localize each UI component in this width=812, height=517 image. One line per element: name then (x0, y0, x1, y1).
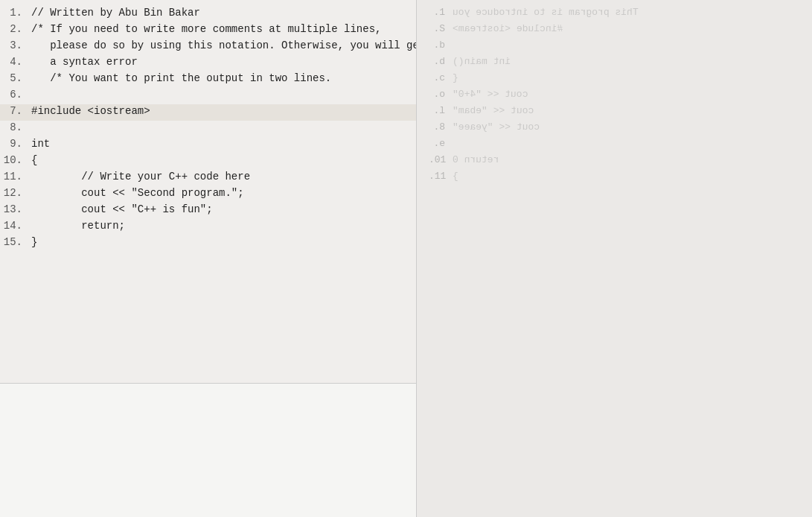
mirror-line-4: .d int main() (429, 55, 812, 72)
mirror-line-3: .b (429, 39, 812, 55)
mirror-line-8: .8 cout << "yeaee" (429, 121, 812, 137)
mirror-num-11: .11 (429, 171, 453, 185)
line-content-11: // Write your C++ code here (31, 171, 416, 183)
line-content-2: /* If you need to write more comments at… (31, 23, 416, 35)
mirror-content-10: return 0 (453, 154, 499, 169)
line-content-13: cout << "C++ is fun"; (31, 203, 416, 215)
line-num-12: 12. (0, 187, 31, 199)
line-content-4: a syntax error (31, 56, 416, 68)
mirror-num-8: .8 (429, 121, 453, 136)
line-content-3: please do so by using this notation. Oth… (31, 39, 417, 51)
line-num-13: 13. (0, 203, 31, 215)
mirror-content-1: This program is to introduce you (453, 7, 639, 22)
code-line-10: 10. { (0, 153, 416, 170)
mirror-content-5: { (453, 72, 458, 87)
code-line-12: 12. cout << "Second program."; (0, 186, 416, 203)
code-line-15: 15. } (0, 235, 416, 252)
line-content-1: // Written by Abu Bin Bakar (31, 7, 416, 19)
code-line-9: 9. int (0, 137, 416, 153)
mirror-line-1: .1 This program is to introduce you (429, 6, 812, 22)
code-line-1: 1. // Written by Abu Bin Bakar (0, 6, 416, 22)
editor-container: 1. // Written by Abu Bin Bakar 2. /* If … (0, 0, 812, 517)
line-num-6: 6. (0, 89, 31, 101)
line-num-8: 8. (0, 121, 31, 133)
code-line-11: 11. // Write your C++ code here (0, 170, 416, 186)
line-num-7: 7. (0, 105, 31, 117)
code-line-5: 5. /* You want to print the output in tw… (0, 72, 416, 88)
line-num-14: 14. (0, 220, 31, 232)
mirror-content-6: cout << "4+0" (453, 89, 552, 104)
mirror-num-3: .b (429, 39, 453, 54)
line-num-15: 15. (0, 236, 31, 248)
code-line-8: 8. (0, 121, 416, 137)
line-content-9: int (31, 138, 416, 150)
line-num-1: 1. (0, 7, 31, 19)
line-content-10: { (31, 154, 416, 166)
mirror-num-2: .S (429, 23, 453, 38)
mirror-num-6: .o (429, 89, 453, 104)
line-num-10: 10. (0, 154, 31, 166)
line-num-3: 3. (0, 39, 31, 51)
mirror-num-7: .l (429, 105, 453, 120)
line-content-15: } (31, 236, 416, 248)
mirror-line-2: .S #include <iostream> (429, 22, 812, 39)
code-line-4: 4. a syntax error (0, 55, 416, 72)
line-content-7: #include <iostream> (31, 105, 416, 117)
mirror-content-4: int main() (453, 56, 511, 71)
mirror-num-10: .01 (429, 154, 453, 169)
mirror-line-7: .l cout << "ebam" (429, 104, 812, 121)
mirror-num-5: .c (429, 72, 453, 87)
right-mirror-panel: .1 This program is to introduce you .S #… (417, 0, 812, 517)
line-num-5: 5. (0, 72, 31, 84)
code-line-3: 3. please do so by using this notation. … (0, 39, 416, 55)
mirror-line-11: .11 } (429, 170, 812, 186)
line-content-14: return; (31, 220, 416, 232)
line-num-4: 4. (0, 56, 31, 68)
mirror-line-6: .o cout << "4+0" (429, 88, 812, 104)
mirror-line-9: .e (429, 137, 812, 153)
code-line-6: 6. (0, 88, 416, 104)
code-line-14: 14. return; (0, 219, 416, 235)
code-area: 1. // Written by Abu Bin Bakar 2. /* If … (0, 0, 812, 517)
mirror-content-11: } (453, 171, 458, 185)
mirror-num-9: .e (429, 138, 453, 153)
mirror-num-1: .1 (429, 7, 453, 22)
mirror-line-10: .01 return 0 (429, 153, 812, 170)
code-line-7: 7. #include <iostream> (0, 104, 416, 121)
code-line-2: 2. /* If you need to write more comments… (0, 22, 416, 39)
line-content-12: cout << "Second program."; (31, 187, 416, 199)
line-content-5: /* You want to print the output in two l… (31, 72, 416, 84)
line-num-11: 11. (0, 171, 31, 183)
mirror-content-2: #include <iostream> (453, 23, 563, 38)
code-line-13: 13. cout << "C++ is fun"; (0, 203, 416, 219)
line-num-9: 9. (0, 138, 31, 150)
bottom-blank-area (0, 383, 417, 517)
left-code-panel[interactable]: 1. // Written by Abu Bin Bakar 2. /* If … (0, 0, 417, 517)
mirror-line-5: .c { (429, 72, 812, 88)
line-num-2: 2. (0, 23, 31, 35)
mirror-content-8: cout << "yeaee" (453, 121, 563, 136)
mirror-content-7: cout << "ebam" (453, 105, 557, 120)
mirror-num-4: .d (429, 56, 453, 71)
